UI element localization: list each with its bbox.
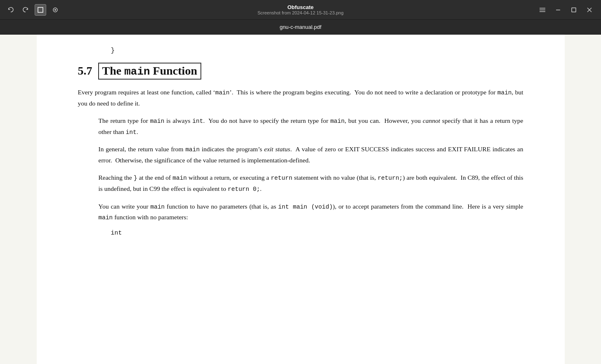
inline-code-main-p1: main xyxy=(215,89,230,96)
inline-code-main-p2a: main xyxy=(150,118,165,124)
closing-brace: } xyxy=(78,47,523,54)
code-int-keyword: int xyxy=(111,230,122,237)
inline-code-brace-p4: } xyxy=(134,175,137,181)
rectangle-tool-button[interactable] xyxy=(35,4,46,16)
italic-cannot: cannot xyxy=(423,117,440,124)
inline-code-return-p4a: return xyxy=(271,175,292,181)
app-subtitle: Screenshot from 2024-04-12 15-31-23.png xyxy=(71,10,530,15)
section-heading: 5.7 The main Function xyxy=(78,63,523,80)
app-title: Obfuscate xyxy=(71,4,530,10)
inline-code-main-p1b: main xyxy=(497,89,512,96)
undo-button[interactable] xyxy=(5,4,16,16)
filename-label: gnu-c-manual.pdf xyxy=(280,24,321,30)
document-page: } 5.7 The main Function Every program re… xyxy=(37,35,565,364)
inline-code-int-p2b: int xyxy=(126,129,137,136)
section-number: 5.7 xyxy=(78,64,92,77)
paragraph-1: Every program requires at least one func… xyxy=(78,87,523,109)
svg-rect-0 xyxy=(38,7,43,12)
inline-code-main-p2b: main xyxy=(330,118,345,124)
svg-point-2 xyxy=(54,9,56,11)
menu-button[interactable] xyxy=(536,3,549,16)
paragraph-4: Reaching the } at the end of main withou… xyxy=(78,172,523,194)
code-snippet: int xyxy=(78,230,523,237)
paragraph-2: The return type for main is always int. … xyxy=(78,115,523,137)
inline-code-main-p4: main xyxy=(172,175,187,181)
inline-code-main-p5b: main xyxy=(99,214,113,221)
close-button[interactable] xyxy=(583,3,596,16)
filename-bar: gnu-c-manual.pdf xyxy=(0,20,601,35)
titlebar-right xyxy=(530,3,596,16)
inline-code-return0-p4: return 0; xyxy=(228,186,260,193)
svg-rect-4 xyxy=(540,9,545,10)
inline-code-main-void-p5: int main (void) xyxy=(278,204,332,210)
section-title-serif2: Function xyxy=(150,64,197,77)
svg-rect-3 xyxy=(540,8,545,9)
paragraph-5: You can write your main function to have… xyxy=(78,201,523,223)
blur-tool-button[interactable] xyxy=(49,4,61,16)
titlebar-center: Obfuscate Screenshot from 2024-04-12 15-… xyxy=(71,4,530,15)
inline-code-main-p3: main xyxy=(185,146,200,153)
section-title-box: The main Function xyxy=(98,63,201,80)
svg-rect-6 xyxy=(556,9,560,10)
titlebar-left xyxy=(5,4,71,16)
inline-code-main-p5a: main xyxy=(151,204,165,210)
redo-button[interactable] xyxy=(20,4,31,16)
svg-rect-7 xyxy=(572,8,576,12)
inline-code-return-p4b: return; xyxy=(377,175,403,181)
inline-code-int-p2a: int xyxy=(192,118,203,124)
maximize-button[interactable] xyxy=(567,3,580,16)
document-area[interactable]: } 5.7 The main Function Every program re… xyxy=(0,35,601,364)
italic-exit-status: exit status xyxy=(264,146,290,153)
minimize-button[interactable] xyxy=(552,3,565,16)
section-title-serif1: The xyxy=(102,64,125,77)
paragraph-3: In general, the return value from main i… xyxy=(78,144,523,166)
section-title-mono: main xyxy=(124,66,150,78)
titlebar: Obfuscate Screenshot from 2024-04-12 15-… xyxy=(0,0,601,20)
svg-rect-5 xyxy=(540,11,545,12)
